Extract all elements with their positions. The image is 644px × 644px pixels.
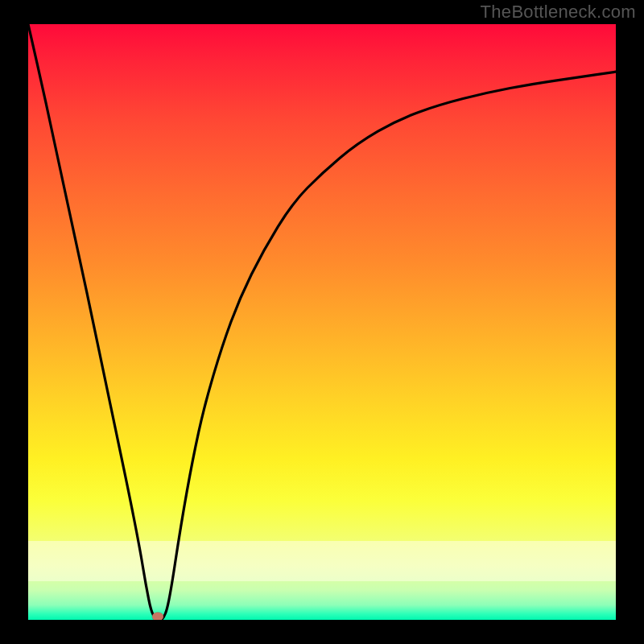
chart-frame: TheBottleneck.com: [0, 0, 644, 644]
plot-area: [28, 24, 616, 620]
min-marker: [152, 613, 163, 620]
bottleneck-curve: [28, 24, 616, 620]
watermark-label: TheBottleneck.com: [481, 2, 636, 23]
